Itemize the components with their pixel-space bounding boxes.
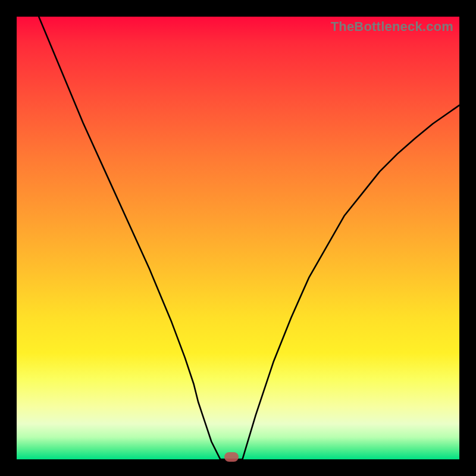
bottleneck-curve [17, 17, 459, 459]
optimum-marker [224, 452, 239, 462]
watermark-text: TheBottleneck.com [331, 19, 453, 35]
plot-area: TheBottleneck.com [17, 17, 459, 459]
chart-frame: TheBottleneck.com [0, 0, 476, 476]
